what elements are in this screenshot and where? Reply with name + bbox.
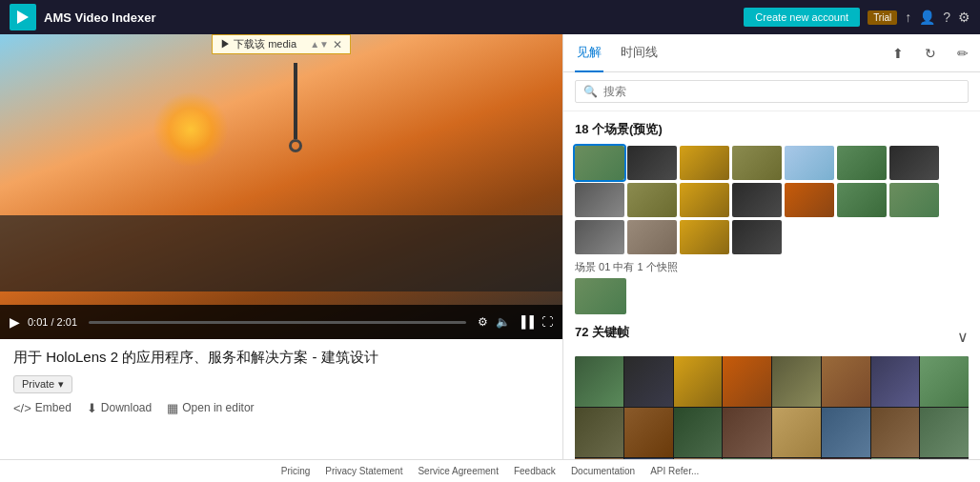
footer-api[interactable]: API Refer... <box>650 466 699 476</box>
right-panel: 见解 时间线 ⬆ ↻ ✏ 🔍 18 个场景(预览) <box>562 34 980 459</box>
audio-icon[interactable]: 🔈 <box>496 315 510 329</box>
kf-cell-11[interactable] <box>674 408 723 458</box>
time-display: 0:01 / 2:01 <box>28 316 77 328</box>
scene-thumb-11[interactable] <box>732 183 782 217</box>
scene-thumb-7[interactable] <box>889 146 939 180</box>
progress-bar[interactable] <box>89 321 466 324</box>
chevron-down-icon: ▾ <box>58 378 64 391</box>
embed-icon: </> <box>13 401 31 415</box>
search-icon: 🔍 <box>583 85 598 98</box>
kf-cell-9[interactable] <box>575 408 623 458</box>
video-info: 用于 HoloLens 2 的应用程序、服务和解决方案 - 建筑设计 Priva… <box>0 339 562 421</box>
scene-thumb-6[interactable] <box>837 146 887 180</box>
kf-cell-3[interactable] <box>674 356 723 407</box>
share-icon[interactable]: ⬆ <box>892 46 904 61</box>
scene-thumb-8[interactable] <box>575 183 624 217</box>
search-input[interactable] <box>603 85 960 98</box>
user-icon[interactable]: 👤 <box>919 10 935 25</box>
refresh-icon[interactable]: ↻ <box>925 46 936 61</box>
collapse-icon[interactable]: ∨ <box>957 328 969 346</box>
volume-icon[interactable]: ▐▐ <box>518 315 534 329</box>
kf-cell-7[interactable] <box>871 356 920 407</box>
header-icons: ↑ 👤 ? ⚙ <box>905 10 970 25</box>
kf-cell-2[interactable] <box>624 356 673 407</box>
crane-arm <box>294 63 297 139</box>
kf-cell-4[interactable] <box>723 356 771 407</box>
create-account-button[interactable]: Create new account <box>744 8 860 27</box>
kf-cell-10[interactable] <box>624 408 673 458</box>
scene-thumb-9[interactable] <box>627 183 677 217</box>
footer-docs[interactable]: Documentation <box>571 466 635 476</box>
fullscreen-icon[interactable]: ⛶ <box>541 315 553 329</box>
search-box: 🔍 <box>575 80 969 103</box>
scene-snapshot-label: 场景 01 中有 1 个快照 <box>575 260 969 274</box>
logo-play-icon <box>17 10 29 24</box>
crane <box>270 63 327 177</box>
settings-ctrl-icon[interactable]: ⚙ <box>478 315 488 329</box>
trial-badge: Trial <box>868 10 897 25</box>
video-title: 用于 HoloLens 2 的应用程序、服务和解决方案 - 建筑设计 <box>13 349 549 367</box>
scene-thumb-13[interactable] <box>837 183 887 217</box>
scene-thumb-18[interactable] <box>732 220 782 254</box>
tab-insights[interactable]: 见解 <box>575 34 603 72</box>
app-header: AMS Video Indexer Create new account Tri… <box>0 0 980 34</box>
scene-thumb-4[interactable] <box>732 146 782 180</box>
kf-cell-16[interactable] <box>920 408 969 458</box>
tab-timeline[interactable]: 时间线 <box>619 34 660 72</box>
video-actions: </> Embed ⬇ Download ▦ Open in editor <box>13 401 549 415</box>
privacy-badge[interactable]: Private ▾ <box>13 375 72 393</box>
tabs-row: 见解 时间线 ⬆ ↻ ✏ <box>563 34 980 72</box>
video-scene <box>0 34 562 339</box>
scene-thumb-17[interactable] <box>680 220 729 254</box>
open-editor-link[interactable]: ▦ Open in editor <box>167 401 254 415</box>
download-link[interactable]: ⬇ Download <box>87 401 152 415</box>
scenes-title: 18 个场景(预览) <box>575 121 969 138</box>
kf-cell-12[interactable] <box>723 408 771 458</box>
scene-thumb-14[interactable] <box>889 183 939 217</box>
help-icon[interactable]: ? <box>943 10 950 25</box>
play-button[interactable]: ▶ <box>10 314 20 330</box>
footer-privacy[interactable]: Privacy Statement <box>325 466 402 476</box>
video-player: ▶ 0:01 / 2:01 ⚙ 🔈 ▐▐ ⛶ <box>0 34 562 339</box>
footer: Pricing Privacy Statement Service Agreem… <box>0 459 980 482</box>
edit-icon[interactable]: ✏ <box>957 46 969 61</box>
main-content: ▶ 下载该 media ▲▼ ✕ ▶ 0:01 / 2:01 <box>0 34 980 459</box>
footer-service[interactable]: Service Agreement <box>418 466 499 476</box>
upload-icon[interactable]: ↑ <box>905 10 911 25</box>
kf-cell-13[interactable] <box>772 408 821 458</box>
scene-thumb-16[interactable] <box>627 220 677 254</box>
settings-icon[interactable]: ⚙ <box>958 10 970 25</box>
keyframes-header: 72 关键帧 ∨ <box>575 324 969 349</box>
download-bar-text: ▶ 下载该 media <box>220 37 296 51</box>
scene-thumb-12[interactable] <box>785 183 834 217</box>
download-bar-expand[interactable]: ▲▼ <box>310 39 329 50</box>
keyframes-section: 72 关键帧 ∨ <box>575 324 969 459</box>
scene-thumb-2[interactable] <box>627 146 677 180</box>
keyframes-title: 72 关键帧 <box>575 324 629 341</box>
kf-cell-8[interactable] <box>920 356 969 407</box>
scene-thumb-5[interactable] <box>785 146 834 180</box>
play-icon-small: ▶ <box>220 38 231 50</box>
keyframes-mosaic <box>575 356 969 459</box>
scene-snapshot[interactable] <box>575 278 626 314</box>
scene-thumb-3[interactable] <box>680 146 729 180</box>
footer-pricing[interactable]: Pricing <box>281 466 311 476</box>
search-row: 🔍 <box>563 72 980 111</box>
scene-thumb-1[interactable] <box>575 146 624 180</box>
kf-cell-1[interactable] <box>575 356 623 407</box>
kf-cell-5[interactable] <box>772 356 821 407</box>
footer-feedback[interactable]: Feedback <box>514 466 556 476</box>
scene-thumb-15[interactable] <box>575 220 624 254</box>
kf-cell-6[interactable] <box>822 356 870 407</box>
scenes-grid <box>575 146 969 254</box>
kf-cell-14[interactable] <box>822 408 870 458</box>
kf-cell-15[interactable] <box>871 408 920 458</box>
scaffolding <box>0 215 562 291</box>
download-bar-close[interactable]: ✕ <box>333 38 342 51</box>
download-icon: ⬇ <box>87 401 97 415</box>
scene-thumb-10[interactable] <box>680 183 729 217</box>
editor-icon: ▦ <box>167 401 178 415</box>
sun-glow <box>153 91 229 168</box>
left-panel: ▶ 下载该 media ▲▼ ✕ ▶ 0:01 / 2:01 <box>0 34 562 459</box>
embed-link[interactable]: </> Embed <box>13 401 71 415</box>
